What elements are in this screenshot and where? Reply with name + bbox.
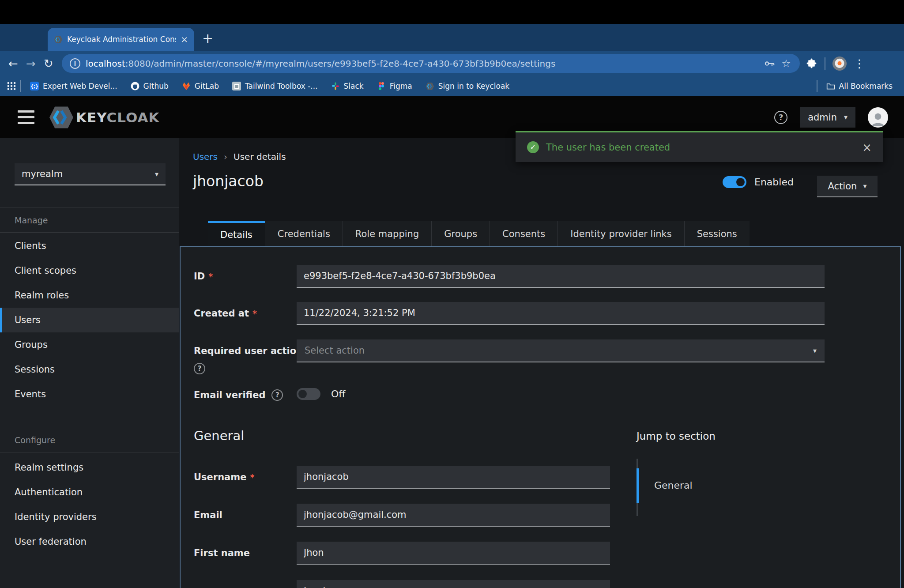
back-icon[interactable]: ← <box>4 57 22 70</box>
sidebar-item-realm-roles[interactable]: Realm roles <box>0 283 179 308</box>
jump-item-general[interactable]: General <box>654 480 693 491</box>
required-marker: * <box>252 309 257 318</box>
browser-tabstrip: Keycloak Administration Cons × + <box>0 24 904 51</box>
sidebar-item-authentication[interactable]: Authentication <box>0 480 179 505</box>
new-tab-button[interactable]: + <box>202 30 213 46</box>
sidebar-item-groups[interactable]: Groups <box>0 332 179 357</box>
jump-to-section-title: Jump to section <box>637 430 822 442</box>
sidebar-item-user-federation[interactable]: User federation <box>0 529 179 554</box>
toolbar-right: ⋮ <box>806 57 865 71</box>
email-verified-state: Off <box>331 388 345 400</box>
address-bar[interactable]: i localhost:8080/admin/master/console/#/… <box>62 54 800 73</box>
all-bookmarks[interactable]: All Bookmarks <box>822 82 897 90</box>
realm-selector[interactable]: myrealm ▾ <box>15 163 166 185</box>
bookmark-slack[interactable]: Slack <box>327 82 368 90</box>
apps-grid-icon[interactable] <box>7 82 16 90</box>
site-info-icon[interactable]: i <box>70 58 80 69</box>
keycloak-bookmark-icon <box>426 82 434 90</box>
last-name-input[interactable] <box>297 580 610 588</box>
realm-name: myrealm <box>22 169 63 179</box>
sidebar-nav: myrealm ▾ Manage Clients Client scopes R… <box>0 138 179 588</box>
enabled-control: Enabled <box>723 176 794 188</box>
browser-toolbar: ← → ↻ i localhost:8080/admin/master/cons… <box>0 51 904 76</box>
browser-tab[interactable]: Keycloak Administration Cons × <box>48 28 194 51</box>
required-actions-label: Required user actions <box>194 346 309 356</box>
configure-nav-list: Realm settings Authentication Identity p… <box>0 455 179 554</box>
email-verified-label: Email verified ? <box>194 389 283 401</box>
sidebar-item-events[interactable]: Events <box>0 382 179 407</box>
tab-role-mapping[interactable]: Role mapping <box>343 221 432 246</box>
extensions-icon[interactable] <box>806 58 817 69</box>
username-input[interactable] <box>297 466 610 489</box>
chevron-down-icon: ▾ <box>155 170 158 178</box>
tab-close-icon[interactable]: × <box>181 35 188 44</box>
help-icon[interactable]: ? <box>774 111 787 124</box>
chevron-down-icon: ▾ <box>813 347 817 355</box>
reload-icon[interactable]: ↻ <box>40 57 57 70</box>
bookmark-keycloak-signin[interactable]: Sign in to Keycloak <box>421 82 514 90</box>
bookmark-expert-web[interactable]: {;} Expert Web Devel... <box>26 82 122 90</box>
bookmark-github[interactable]: GIthub <box>126 82 173 90</box>
breadcrumb-chevron-icon: › <box>224 151 227 162</box>
sidebar-item-clients[interactable]: Clients <box>0 234 179 258</box>
browser-profile-avatar[interactable] <box>832 57 847 71</box>
required-actions-help-icon[interactable]: ? <box>194 363 205 374</box>
toast-message: The user has been created <box>546 142 855 153</box>
created-at-label: Created at* <box>194 308 257 319</box>
required-actions-select[interactable]: Select action ▾ <box>297 339 825 362</box>
bookmark-figma[interactable]: Figma <box>373 82 417 90</box>
success-toast: ✓ The user has been created × <box>516 131 883 162</box>
breadcrumb-users-link[interactable]: Users <box>193 151 218 162</box>
email-verified-help-icon[interactable]: ? <box>271 389 283 401</box>
url-path: :8080/admin/master/console/#/myrealm/use… <box>125 58 556 69</box>
breadcrumb-current: User details <box>234 151 286 162</box>
tab-groups[interactable]: Groups <box>432 221 490 246</box>
tab-credentials[interactable]: Credentials <box>265 221 343 246</box>
sidebar-item-realm-settings[interactable]: Realm settings <box>0 455 179 480</box>
slack-icon <box>331 82 340 90</box>
sidebar-item-users[interactable]: Users <box>0 308 179 332</box>
sidebar-item-sessions[interactable]: Sessions <box>0 357 179 382</box>
username-label: Username* <box>194 472 254 482</box>
bookmark-tailwind-toolbox[interactable]: Tailwind Toolbox -... <box>228 82 322 90</box>
user-menu-button[interactable]: admin ▾ <box>800 107 855 128</box>
email-label: Email <box>194 510 222 520</box>
password-key-icon[interactable] <box>764 58 775 69</box>
chevron-down-icon: ▾ <box>844 113 848 121</box>
section-configure-header: Configure <box>0 427 179 452</box>
menu-dots-icon[interactable]: ⋮ <box>854 57 865 70</box>
email-input[interactable] <box>297 504 610 527</box>
hamburger-menu-icon[interactable] <box>18 110 34 124</box>
section-label-manage: Manage <box>0 207 179 232</box>
action-dropdown-button[interactable]: Action ▾ <box>817 176 878 197</box>
url-text[interactable]: localhost:8080/admin/master/console/#/my… <box>86 58 758 69</box>
manage-nav-list: Clients Client scopes Realm roles Users … <box>0 234 179 407</box>
forward-icon[interactable]: → <box>22 57 40 70</box>
sidebar-item-identity-providers[interactable]: Identity providers <box>0 505 179 529</box>
id-label: ID* <box>194 271 213 282</box>
tab-details[interactable]: Details <box>208 221 265 246</box>
keycloak-logo-icon <box>48 106 75 129</box>
enabled-toggle[interactable] <box>723 176 746 188</box>
general-section-heading: General <box>194 428 244 443</box>
github-icon <box>131 82 139 90</box>
email-verified-toggle[interactable] <box>297 388 320 400</box>
bookmark-gitlab[interactable]: GitLab <box>177 82 223 90</box>
tab-consents[interactable]: Consents <box>490 221 558 246</box>
created-at-input[interactable] <box>297 302 825 325</box>
url-host: localhost <box>86 58 125 69</box>
first-name-label: First name <box>194 548 250 558</box>
details-form-panel: ID* Created at* Required user actions ? … <box>180 246 901 588</box>
tab-sessions[interactable]: Sessions <box>685 221 750 246</box>
sidebar-item-client-scopes[interactable]: Client scopes <box>0 258 179 283</box>
toast-close-icon[interactable]: × <box>862 141 872 154</box>
user-avatar[interactable] <box>868 107 888 128</box>
bookmark-star-icon[interactable]: ☆ <box>780 58 792 69</box>
figma-icon <box>377 82 386 90</box>
tab-title: Keycloak Administration Cons <box>67 35 176 44</box>
tab-identity-provider-links[interactable]: Identity provider links <box>558 221 684 246</box>
window-titlebar <box>0 0 904 24</box>
required-marker: * <box>250 472 254 482</box>
first-name-input[interactable] <box>297 542 610 565</box>
id-input[interactable] <box>297 265 825 288</box>
